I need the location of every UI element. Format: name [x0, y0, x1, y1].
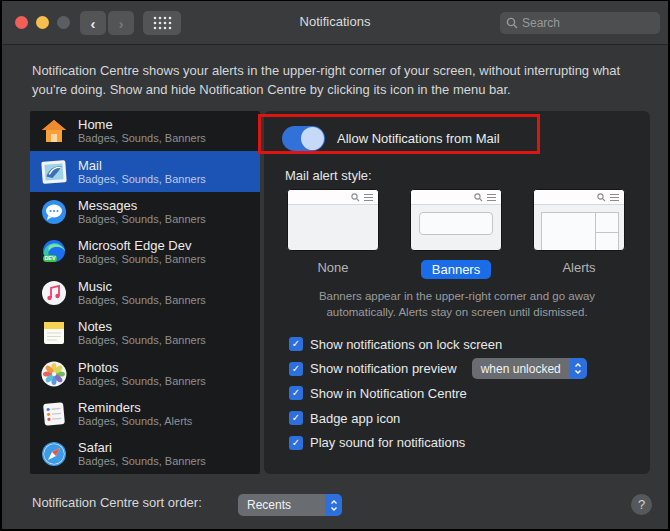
list-icon	[364, 194, 373, 201]
edge-dev-app-icon: DEV	[40, 238, 68, 266]
footer-bar: Notification Centre sort order: Recents …	[2, 482, 668, 529]
search-field[interactable]: Search	[500, 12, 660, 34]
preferences-window: ‹ › Notifications Search Notification Ce…	[2, 1, 668, 529]
chevron-up-down-icon	[330, 499, 338, 512]
app-alert-summary: Badges, Sounds, Banners	[78, 213, 206, 226]
app-name: Music	[78, 279, 206, 294]
banners-style-thumbnail	[410, 189, 502, 251]
search-icon	[351, 193, 360, 202]
sidebar-item-music[interactable]: Music Badges, Sounds, Banners	[30, 273, 260, 313]
sidebar-item-photos[interactable]: Photos Badges, Sounds, Banners	[30, 353, 260, 393]
chevron-up-down-icon	[574, 362, 582, 375]
alert-style-label: Mail alert style:	[285, 168, 372, 183]
search-icon	[506, 17, 518, 29]
dropdown-stepper	[325, 494, 342, 516]
sort-order-label: Notification Centre sort order:	[32, 495, 202, 510]
app-alert-summary: Badges, Sounds, Banners	[78, 294, 206, 307]
badge-app-icon-checkbox-row[interactable]: ✓ Badge app icon	[289, 406, 587, 431]
checkbox-label: Play sound for notifications	[310, 435, 465, 450]
sort-order-dropdown[interactable]: Recents	[238, 494, 342, 516]
checkbox-checked[interactable]: ✓	[289, 362, 303, 376]
checkbox-checked[interactable]: ✓	[289, 436, 303, 450]
list-icon	[487, 194, 496, 201]
app-alert-summary: Badges, Sounds, Banners	[78, 132, 206, 145]
dropdown-value: Recents	[238, 494, 325, 516]
sidebar-item-mail[interactable]: Mail Badges, Sounds, Banners	[30, 151, 260, 191]
play-sound-checkbox-row[interactable]: ✓ Play sound for notifications	[289, 430, 587, 455]
allow-notifications-label: Allow Notifications from Mail	[337, 131, 500, 146]
sidebar-item-home[interactable]: Home Badges, Sounds, Banners	[30, 111, 260, 151]
alerts-style-label: Alerts	[533, 260, 625, 275]
messages-app-icon	[40, 198, 68, 226]
notes-app-icon	[40, 319, 68, 347]
allow-notifications-row: Allow Notifications from Mail	[282, 126, 500, 151]
list-icon	[610, 194, 619, 201]
dropdown-value: when unlocked	[472, 358, 570, 379]
alert-style-caption: Banners appear in the upper-right corner…	[264, 288, 650, 320]
app-name: Safari	[78, 440, 206, 455]
banners-style-label: Banners	[421, 260, 491, 279]
app-alert-summary: Badges, Sounds, Banners	[78, 253, 206, 266]
search-icon	[597, 193, 606, 202]
sidebar-item-reminders[interactable]: Reminders Badges, Sounds, Alerts	[30, 394, 260, 434]
sidebar-item-messages[interactable]: Messages Badges, Sounds, Banners	[30, 192, 260, 232]
mail-app-icon	[40, 158, 68, 186]
notification-preview-checkbox-row[interactable]: ✓ Show notification preview when unlocke…	[289, 357, 587, 382]
app-alert-summary: Badges, Sounds, Banners	[78, 334, 206, 347]
notification-options: ✓ Show notifications on lock screen ✓ Sh…	[289, 332, 587, 455]
search-placeholder: Search	[522, 16, 560, 30]
app-name: Photos	[78, 360, 206, 375]
search-icon	[474, 193, 483, 202]
notification-centre-checkbox-row[interactable]: ✓ Show in Notification Centre	[289, 381, 587, 406]
photos-app-icon	[40, 360, 68, 388]
app-alert-summary: Badges, Sounds, Banners	[78, 455, 206, 468]
app-name: Notes	[78, 319, 206, 334]
app-name: Messages	[78, 198, 206, 213]
reminders-app-icon	[40, 400, 68, 428]
checkbox-label: Show notification preview	[310, 361, 457, 376]
checkbox-checked[interactable]: ✓	[289, 411, 303, 425]
alert-style-option-banners[interactable]: Banners	[410, 189, 502, 279]
checkbox-checked[interactable]: ✓	[289, 386, 303, 400]
app-alert-summary: Badges, Sounds, Banners	[78, 173, 206, 186]
home-app-icon	[40, 117, 68, 145]
title-bar: ‹ › Notifications Search	[2, 1, 668, 45]
alert-mockup	[541, 212, 619, 251]
alert-style-option-alerts[interactable]: Alerts	[533, 189, 625, 279]
none-style-label: None	[287, 260, 379, 275]
sidebar-item-safari[interactable]: Safari Badges, Sounds, Banners	[30, 434, 260, 474]
app-name: Microsoft Edge Dev	[78, 238, 206, 253]
app-name: Mail	[78, 158, 206, 173]
svg-text:DEV: DEV	[44, 256, 55, 262]
checkbox-checked[interactable]: ✓	[289, 337, 303, 351]
lock-screen-checkbox-row[interactable]: ✓ Show notifications on lock screen	[289, 332, 587, 357]
app-list: Home Badges, Sounds, Banners Mail Badges…	[30, 111, 260, 474]
sidebar-item-microsoft-edge-dev[interactable]: DEV Microsoft Edge Dev Badges, Sounds, B…	[30, 232, 260, 272]
notification-settings-panel: Allow Notifications from Mail Mail alert…	[264, 111, 650, 474]
checkbox-label: Show in Notification Centre	[310, 386, 467, 401]
app-name: Home	[78, 117, 206, 132]
music-app-icon	[40, 279, 68, 307]
app-alert-summary: Badges, Sounds, Banners	[78, 375, 206, 388]
pane-description: Notification Centre shows your alerts in…	[32, 61, 652, 99]
app-alert-summary: Badges, Sounds, Alerts	[78, 415, 192, 428]
app-name: Reminders	[78, 400, 192, 415]
checkbox-label: Show notifications on lock screen	[310, 337, 502, 352]
none-style-thumbnail	[287, 189, 379, 251]
preview-when-dropdown[interactable]: when unlocked	[472, 358, 587, 379]
alerts-style-thumbnail	[533, 189, 625, 251]
safari-app-icon	[40, 440, 68, 468]
sidebar-item-notes[interactable]: Notes Badges, Sounds, Banners	[30, 313, 260, 353]
help-button[interactable]: ?	[631, 494, 652, 515]
dropdown-stepper	[570, 358, 587, 379]
checkbox-label: Badge app icon	[310, 411, 400, 426]
alert-style-option-none[interactable]: None	[287, 189, 379, 279]
toggle-knob	[301, 127, 324, 150]
alert-style-options: None Banners	[287, 189, 625, 279]
allow-notifications-toggle[interactable]	[282, 126, 325, 151]
banner-mockup	[419, 212, 493, 235]
